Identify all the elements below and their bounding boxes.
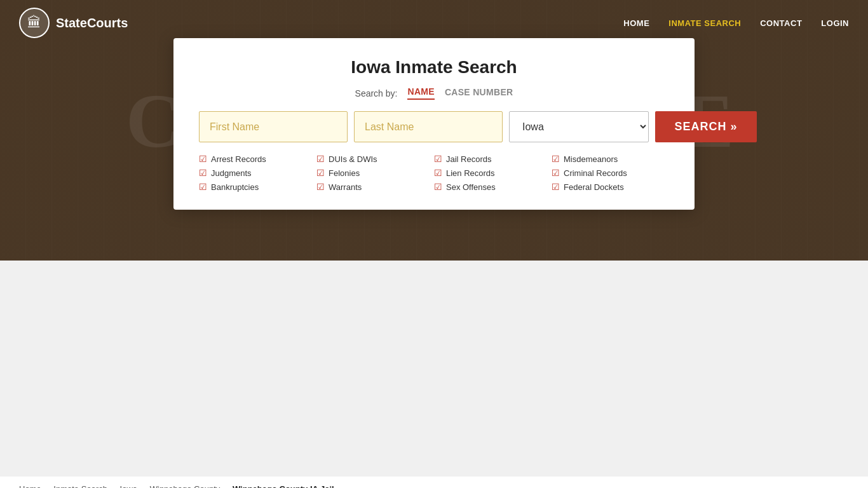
check-misdemeanors: ☑ Misdemeanors xyxy=(552,154,669,164)
nav-login[interactable]: LOGIN xyxy=(821,18,849,28)
check-federal-dockets: ☑ Federal Dockets xyxy=(552,182,669,192)
check-icon: ☑ xyxy=(434,182,442,192)
check-lien-records: ☑ Lien Records xyxy=(434,168,552,178)
search-card: Iowa Inmate Search Search by: NAME CASE … xyxy=(173,38,695,210)
state-select[interactable]: Iowa xyxy=(509,111,649,142)
last-name-input[interactable] xyxy=(354,111,503,142)
check-judgments: ☑ Judgments xyxy=(199,168,316,178)
check-icon: ☑ xyxy=(199,168,207,178)
search-by-label: Search by: xyxy=(355,88,398,98)
breadcrumb-sep: › xyxy=(142,485,145,489)
nav-home[interactable]: HOME xyxy=(623,18,649,28)
tab-name[interactable]: NAME xyxy=(407,86,434,100)
check-icon: ☑ xyxy=(552,168,560,178)
logo-text: StateCourts xyxy=(56,16,128,30)
check-icon: ☑ xyxy=(552,154,560,164)
check-duis-dwis: ☑ DUIs & DWIs xyxy=(316,154,434,164)
logo-icon: 🏛 xyxy=(19,8,50,38)
check-icon: ☑ xyxy=(316,168,325,178)
check-felonies: ☑ Felonies xyxy=(316,168,434,178)
check-icon: ☑ xyxy=(199,182,207,192)
breadcrumb-sep: › xyxy=(225,485,227,489)
hero-section: COURTHOUSE 🏛 StateCourts HOME INMATE SEA… xyxy=(0,0,868,261)
breadcrumb-winnebago-county[interactable]: Winnebago County xyxy=(150,484,220,488)
check-label: Warrants xyxy=(329,182,362,192)
check-icon: ☑ xyxy=(316,182,325,192)
check-label: Jail Records xyxy=(446,154,492,164)
nav-links: HOME INMATE SEARCH CONTACT LOGIN xyxy=(623,18,849,28)
check-label: Bankruptcies xyxy=(211,182,259,192)
check-icon: ☑ xyxy=(316,154,325,164)
check-warrants: ☑ Warrants xyxy=(316,182,434,192)
check-sex-offenses: ☑ Sex Offenses xyxy=(434,182,552,192)
breadcrumb: Home › Inmate Search › Iowa › Winnebago … xyxy=(0,477,868,488)
check-label: Felonies xyxy=(329,168,360,178)
check-label: Criminal Records xyxy=(564,168,627,178)
check-icon: ☑ xyxy=(552,182,560,192)
check-label: Sex Offenses xyxy=(446,182,496,192)
check-bankruptcies: ☑ Bankruptcies xyxy=(199,182,316,192)
check-arrest-records: ☑ Arrest Records xyxy=(199,154,316,164)
check-label: Federal Dockets xyxy=(564,182,624,192)
breadcrumb-current: Winnebago County IA Jail xyxy=(233,484,334,488)
check-label: DUIs & DWIs xyxy=(329,154,377,164)
check-jail-records: ☑ Jail Records xyxy=(434,154,552,164)
check-icon: ☑ xyxy=(199,154,207,164)
tab-case-number[interactable]: CASE NUMBER xyxy=(445,87,513,99)
check-label: Judgments xyxy=(211,168,252,178)
search-title: Iowa Inmate Search xyxy=(199,57,669,78)
search-button[interactable]: SEARCH » xyxy=(655,111,757,142)
breadcrumb-inmate-search[interactable]: Inmate Search xyxy=(53,484,107,488)
check-criminal-records: ☑ Criminal Records xyxy=(552,168,669,178)
check-icon: ☑ xyxy=(434,154,442,164)
check-label: Lien Records xyxy=(446,168,495,178)
search-inputs: Iowa SEARCH » xyxy=(199,111,669,142)
logo-link[interactable]: 🏛 StateCourts xyxy=(19,8,128,38)
check-label: Misdemeanors xyxy=(564,154,618,164)
breadcrumb-home[interactable]: Home xyxy=(19,484,41,488)
first-name-input[interactable] xyxy=(199,111,348,142)
check-label: Arrest Records xyxy=(211,154,266,164)
check-icon: ☑ xyxy=(434,168,442,178)
breadcrumb-iowa[interactable]: Iowa xyxy=(120,484,137,488)
nav-inmate-search[interactable]: INMATE SEARCH xyxy=(668,18,741,28)
nav-contact[interactable]: CONTACT xyxy=(760,18,802,28)
breadcrumb-sep: › xyxy=(112,485,115,489)
checklist-grid: ☑ Arrest Records ☑ DUIs & DWIs ☑ Jail Re… xyxy=(199,154,669,192)
breadcrumb-sep: › xyxy=(46,485,49,489)
search-by-row: Search by: NAME CASE NUMBER xyxy=(199,86,669,100)
